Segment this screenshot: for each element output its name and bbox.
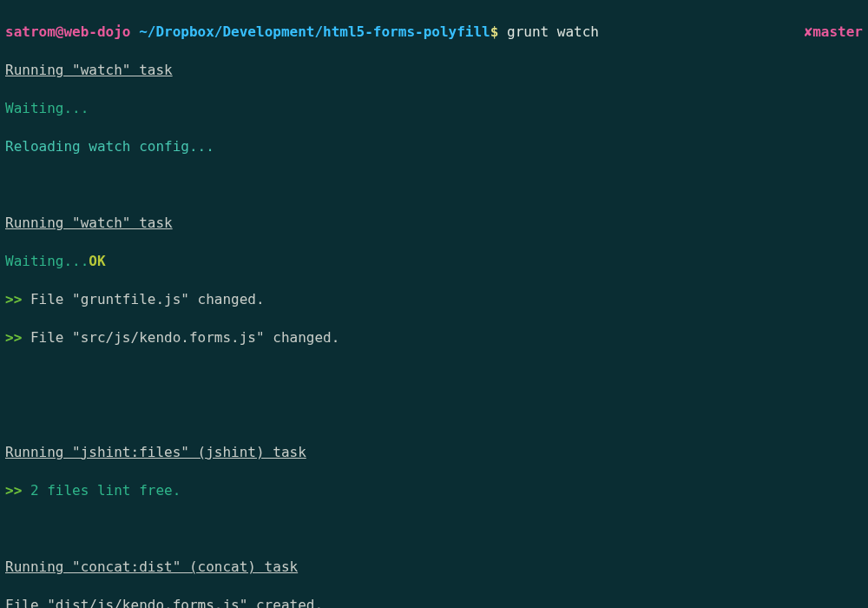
file-changed-text: File "gruntfile.js" changed. — [22, 291, 264, 307]
lint-result-text: 2 files lint free. — [22, 482, 181, 499]
waiting-ok-line: Waiting...OK — [5, 252, 863, 271]
file-changed-2: >> File "src/js/kendo.forms.js" changed. — [5, 328, 863, 347]
command-text: grunt watch — [498, 23, 599, 40]
prompt-line: ✘mastersatrom@web-dojo ~/Dropbox/Develop… — [5, 23, 863, 42]
blank-line — [5, 519, 863, 539]
blank-line — [5, 175, 863, 195]
task-header-watch-2: Running "watch" task — [5, 214, 863, 233]
arrow-icon: >> — [5, 291, 22, 307]
git-branch: ✘master — [805, 23, 863, 42]
blank-line — [5, 367, 863, 386]
waiting-text: Waiting... — [5, 253, 89, 269]
git-branch-name: master — [812, 23, 863, 40]
file-changed-1: >> File "gruntfile.js" changed. — [5, 290, 863, 309]
git-status-icon: ✘ — [805, 23, 813, 40]
terminal-output[interactable]: ✘mastersatrom@web-dojo ~/Dropbox/Develop… — [0, 0, 868, 608]
lint-free-line: >> 2 files lint free. — [5, 481, 863, 500]
task-header-watch-1: Running "watch" task — [5, 61, 863, 80]
reloading-line: Reloading watch config... — [5, 137, 863, 156]
arrow-icon: >> — [5, 329, 22, 346]
prompt-path: ~/Dropbox/Development/html5-forms-polyfi… — [131, 23, 490, 40]
prompt-user: satrom@web-dojo — [5, 23, 131, 40]
task-header-jshint: Running "jshint:files" (jshint) task — [5, 443, 863, 462]
arrow-icon: >> — [5, 482, 22, 499]
waiting-line-1: Waiting... — [5, 99, 863, 118]
ok-text: OK — [89, 253, 105, 269]
task-header-concat: Running "concat:dist" (concat) task — [5, 558, 863, 577]
file-changed-text: File "src/js/kendo.forms.js" changed. — [22, 329, 339, 346]
blank-line — [5, 405, 863, 424]
prompt-dollar: $ — [490, 23, 499, 40]
concat-output-line: File "dist/js/kendo.forms.js" created. — [5, 596, 863, 608]
